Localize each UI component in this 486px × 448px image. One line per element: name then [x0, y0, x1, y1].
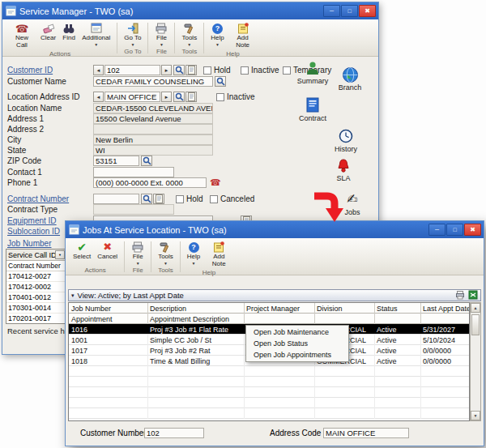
clear-button[interactable]: Clear — [37, 20, 59, 43]
zip-code-field[interactable]: 53151 — [93, 156, 139, 166]
context-menu-item-open-job-appointments[interactable]: Open Job Appointments — [247, 349, 347, 361]
contract-hold-checkbox[interactable]: Hold — [176, 194, 203, 203]
next-location-button[interactable]: ► — [161, 92, 172, 102]
column-header-division[interactable]: Division — [315, 303, 375, 314]
previous-record-button[interactable]: ◄ — [93, 65, 104, 75]
location-address-id-field[interactable]: MAIN OFFICE — [104, 92, 160, 102]
checkbox[interactable] — [216, 93, 224, 101]
add-note-button[interactable]: Add Note — [228, 20, 258, 50]
contract-lookup-button[interactable] — [141, 194, 152, 204]
print-icon[interactable] — [455, 290, 465, 301]
column-header-appointment-description[interactable]: Appointment Description — [148, 314, 245, 324]
column-header-last-appt-date[interactable]: Last Appt Date — [421, 303, 470, 314]
customer-lookup-button[interactable] — [173, 65, 185, 75]
jobs-window-titlebar[interactable]: Jobs At Service Location - TWO (sa) ─ □ … — [66, 221, 484, 238]
close-button[interactable]: ✖ — [464, 224, 481, 236]
column-header-job-number[interactable]: Job Number — [70, 303, 148, 314]
location-lookup-button[interactable] — [173, 92, 185, 102]
tools-button[interactable]: Tools ▼ — [178, 20, 200, 47]
contract-type-field[interactable] — [93, 204, 174, 215]
customer-name-field[interactable]: CEDAR FAMILY COUNSELING — [93, 76, 213, 87]
checkbox[interactable] — [283, 66, 291, 75]
state-field[interactable]: WI — [93, 145, 213, 156]
inactive-checkbox[interactable]: Inactive — [241, 66, 279, 75]
checkbox[interactable] — [176, 195, 184, 203]
view-bar[interactable]: ▾ View: Active; by Last Appt Date — [68, 289, 481, 301]
table-empty-row[interactable] — [69, 387, 469, 398]
tools-button[interactable]: Tools ▼ — [155, 239, 177, 266]
summary-shortcut[interactable]: Summary — [294, 59, 331, 85]
table-empty-row[interactable] — [69, 366, 469, 377]
column-header-project-manager[interactable]: Project Manager — [245, 303, 315, 314]
customer-note-button[interactable] — [185, 65, 197, 75]
file-button[interactable]: File ▼ — [128, 239, 147, 266]
contract-note-button[interactable] — [153, 194, 164, 204]
branch-shortcut[interactable]: Branch — [331, 66, 369, 92]
address2-field[interactable] — [93, 124, 213, 134]
previous-location-button[interactable]: ◄ — [93, 92, 104, 102]
scroll-down-button[interactable]: ▼ — [471, 411, 480, 420]
customer-id-label[interactable]: Customer ID — [7, 66, 53, 75]
select-button[interactable]: ✔ Select — [70, 239, 94, 262]
address-code-field[interactable]: MAIN OFFICE — [323, 428, 409, 438]
additional-button[interactable]: Additional ▼ — [79, 20, 113, 47]
maximize-button[interactable]: □ — [446, 224, 463, 236]
history-row[interactable]: 170301-0014 — [6, 303, 66, 314]
history-row[interactable]: 170412-0027 — [6, 271, 66, 282]
excel-export-icon[interactable] — [468, 290, 478, 301]
file-button[interactable]: File ▼ — [151, 20, 171, 47]
hold-checkbox[interactable]: Hold — [203, 66, 231, 75]
contract-number-field[interactable] — [93, 194, 139, 204]
add-note-button[interactable]: Add Note — [203, 239, 234, 269]
close-button[interactable]: ✖ — [359, 5, 376, 17]
sla-shortcut[interactable]: SLA — [326, 156, 360, 182]
zip-lookup-button[interactable] — [141, 156, 152, 166]
goto-button[interactable]: Go To ▼ — [121, 20, 144, 47]
customer-name-lookup-button[interactable] — [215, 76, 226, 87]
customer-number-field[interactable]: 102 — [144, 428, 204, 438]
equipment-id-label[interactable]: Equipment ID — [7, 216, 57, 226]
history-row[interactable]: 170401-0012 — [6, 292, 66, 303]
checkbox[interactable] — [210, 195, 218, 203]
history-row[interactable]: 170201-0017 — [6, 314, 66, 324]
phone1-field[interactable]: (000) 000-0000 Ext. 0000 — [93, 177, 207, 188]
city-field[interactable]: New Berlin — [93, 134, 213, 145]
job-number-label[interactable]: Job Number — [7, 239, 51, 249]
table-empty-row[interactable] — [69, 377, 469, 387]
table-empty-row[interactable] — [69, 398, 469, 408]
contract-canceled-checkbox[interactable]: Canceled — [210, 194, 254, 203]
sort-dropdown-button[interactable]: ▼ — [55, 250, 65, 259]
table-scrollbar[interactable]: ▲ ▼ — [470, 302, 481, 421]
service-manager-titlebar[interactable]: Service Manager - TWO (sa) ─ □ ✖ — [2, 2, 378, 19]
minimize-button[interactable]: ─ — [428, 224, 446, 236]
context-menu-item-open-job-status[interactable]: Open Job Status — [247, 338, 347, 349]
checkbox[interactable] — [203, 66, 211, 75]
cancel-button[interactable]: ✖ Cancel — [94, 239, 121, 262]
location-name-field[interactable]: CEDAR-15500 CLEVELAND AVENUE — [93, 103, 213, 113]
service-call-id-header[interactable]: Service Call ID▼ — [6, 250, 66, 261]
sublocation-id-label[interactable]: Sublocation ID — [7, 227, 60, 237]
minimize-button[interactable]: ─ — [323, 5, 340, 17]
table-empty-row[interactable] — [69, 408, 469, 419]
next-record-button[interactable]: ► — [161, 65, 172, 75]
chevron-down-icon[interactable]: ▾ — [71, 292, 75, 299]
history-row[interactable]: 170412-0002 — [6, 282, 66, 292]
address1-field[interactable]: 15500 Cleveland Avenue — [93, 113, 213, 124]
column-header-status[interactable]: Status — [375, 303, 421, 314]
scrollbar-thumb[interactable] — [471, 314, 480, 335]
history-shortcut[interactable]: History — [328, 127, 364, 153]
scroll-up-button[interactable]: ▲ — [471, 303, 480, 313]
contract-number-label[interactable]: Contract Number — [7, 194, 69, 204]
customer-id-field[interactable]: 102 — [104, 65, 160, 75]
find-button[interactable]: Find — [59, 20, 79, 43]
location-note-button[interactable] — [185, 92, 197, 102]
column-header-appointment[interactable]: Appointment — [70, 314, 148, 324]
location-inactive-checkbox[interactable]: Inactive — [216, 92, 254, 101]
context-menu-item-open-job-maintenance[interactable]: Open Job Maintenance — [247, 326, 347, 338]
checkbox[interactable] — [241, 66, 249, 75]
column-header-description[interactable]: Description — [148, 303, 245, 314]
phone-icon[interactable]: ☎ — [210, 177, 221, 188]
help-button[interactable]: ? Help ▼ — [184, 239, 203, 266]
help-button[interactable]: ? Help ▼ — [207, 20, 227, 47]
contract-shortcut[interactable]: Contract — [294, 96, 331, 122]
